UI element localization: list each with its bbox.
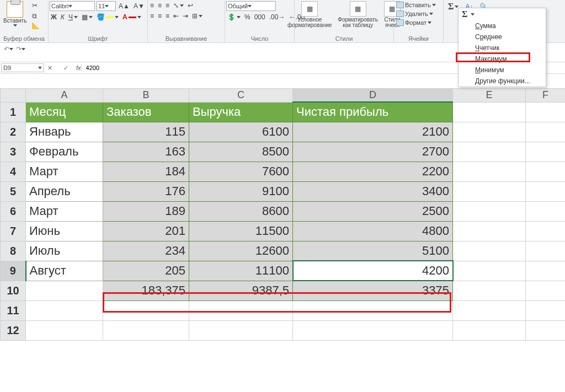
- cell-orders[interactable]: 184: [103, 162, 189, 181]
- cell-month[interactable]: Март: [26, 162, 103, 181]
- cut-button[interactable]: ✂: [31, 1, 41, 10]
- row-header[interactable]: 9: [1, 261, 26, 281]
- font-family-combo[interactable]: Calibri: [50, 1, 95, 11]
- cell-revenue[interactable]: 12600: [189, 241, 293, 261]
- cell-revenue[interactable]: 11100: [189, 261, 293, 281]
- cell[interactable]: [526, 181, 566, 201]
- merge-button[interactable]: ⊞: [191, 12, 204, 20]
- cell-revenue[interactable]: 11500: [189, 221, 293, 241]
- cell[interactable]: [103, 300, 189, 320]
- cell-profit[interactable]: 4200: [293, 261, 453, 281]
- autosum-item-min[interactable]: Минимум: [459, 65, 546, 76]
- col-header-B[interactable]: B: [103, 89, 189, 103]
- grow-font-button[interactable]: A▲: [118, 2, 131, 10]
- avg-profit[interactable]: 3375: [293, 281, 453, 300]
- cell-month[interactable]: Июль: [26, 241, 103, 261]
- cell[interactable]: [453, 300, 526, 320]
- format-painter-button[interactable]: [31, 22, 41, 30]
- cell-month[interactable]: Март: [26, 201, 103, 221]
- cell[interactable]: [453, 122, 526, 142]
- align-left-button[interactable]: ≡: [149, 12, 155, 20]
- format-as-table-button[interactable]: ▦ Форматировать как таблицу: [335, 1, 380, 28]
- cell-orders[interactable]: 115: [103, 122, 189, 142]
- autosum-item-count[interactable]: Ччетчик: [459, 42, 546, 53]
- align-top-button[interactable]: ≡: [149, 1, 155, 10]
- delete-cells-button[interactable]: Удалить: [395, 10, 442, 18]
- indent-inc-button[interactable]: ⇥: [182, 12, 189, 20]
- cell-profit[interactable]: 2500: [293, 201, 453, 221]
- cell[interactable]: [293, 300, 453, 320]
- conditional-format-button[interactable]: ▦ Условное форматирование: [285, 1, 334, 28]
- orientation-button[interactable]: ⤡: [172, 1, 185, 10]
- autosum-item-morefn[interactable]: Другие функции...: [459, 76, 546, 87]
- font-size-combo[interactable]: 11: [97, 1, 116, 11]
- cell-orders[interactable]: 176: [103, 181, 189, 201]
- format-cells-button[interactable]: Формат: [395, 19, 442, 26]
- borders-button[interactable]: ▦: [81, 13, 94, 22]
- fx-icon[interactable]: fx: [76, 65, 81, 71]
- select-all-corner[interactable]: [1, 89, 26, 103]
- underline-button[interactable]: Ч: [67, 13, 79, 22]
- cell[interactable]: [453, 261, 526, 281]
- align-bottom-button[interactable]: ≡: [164, 1, 170, 10]
- paste-button[interactable]: Вставить: [1, 1, 29, 26]
- row-header[interactable]: 12: [1, 320, 26, 340]
- cell-revenue[interactable]: 7600: [189, 162, 293, 181]
- insert-cells-button[interactable]: Вставить: [395, 1, 442, 9]
- cell[interactable]: [189, 300, 293, 320]
- cell[interactable]: [526, 102, 566, 122]
- cell[interactable]: [526, 261, 566, 281]
- name-box[interactable]: D9: [1, 63, 44, 72]
- cell[interactable]: [526, 300, 566, 320]
- header-orders[interactable]: Заказов: [103, 102, 189, 122]
- cell[interactable]: [453, 320, 526, 340]
- comma-button[interactable]: 000: [253, 13, 266, 22]
- row-header[interactable]: 3: [1, 142, 26, 162]
- cell[interactable]: [526, 201, 566, 221]
- cell[interactable]: [293, 320, 453, 340]
- cell[interactable]: [526, 281, 566, 300]
- bold-button[interactable]: Ж: [50, 13, 58, 22]
- cell-profit[interactable]: 2200: [293, 162, 453, 181]
- col-header-F[interactable]: F: [526, 89, 566, 103]
- cell[interactable]: [526, 241, 566, 261]
- align-right-button[interactable]: ≡: [164, 12, 170, 20]
- wrap-text-button[interactable]: ↩: [186, 1, 194, 10]
- cell-month[interactable]: Апрель: [26, 181, 103, 201]
- cell[interactable]: [526, 320, 566, 340]
- cell-revenue[interactable]: 9100: [189, 181, 293, 201]
- autosum-item-sum[interactable]: Сумма: [459, 20, 546, 31]
- cell[interactable]: [453, 162, 526, 181]
- row-header[interactable]: 11: [1, 300, 26, 320]
- cell[interactable]: [189, 320, 293, 340]
- row-header[interactable]: 7: [1, 221, 26, 241]
- row-header[interactable]: 1: [1, 102, 26, 122]
- col-header-D[interactable]: D: [293, 89, 453, 103]
- cell-profit[interactable]: 3400: [293, 181, 453, 201]
- font-color-button[interactable]: A: [121, 13, 142, 22]
- number-format-combo[interactable]: Общий: [226, 1, 276, 11]
- formula-input[interactable]: [81, 64, 302, 72]
- header-month[interactable]: Месяц: [26, 102, 103, 122]
- cell[interactable]: [453, 221, 526, 241]
- currency-button[interactable]: 💲: [226, 13, 242, 22]
- avg-revenue[interactable]: 9387,5: [189, 281, 293, 300]
- cell[interactable]: [526, 221, 566, 241]
- cell[interactable]: [453, 241, 526, 261]
- col-header-C[interactable]: C: [189, 89, 293, 103]
- cell[interactable]: [453, 201, 526, 221]
- cell[interactable]: [103, 320, 189, 340]
- cell-revenue[interactable]: 8500: [189, 142, 293, 162]
- align-middle-button[interactable]: ≡: [157, 1, 163, 10]
- header-profit[interactable]: Чистая прибыль: [293, 102, 453, 122]
- col-header-A[interactable]: A: [26, 89, 103, 103]
- copy-button[interactable]: ⧉: [31, 12, 41, 20]
- row-header[interactable]: 5: [1, 181, 26, 201]
- row-header[interactable]: 2: [1, 122, 26, 142]
- italic-button[interactable]: К: [60, 13, 66, 22]
- cell[interactable]: [526, 142, 566, 162]
- cell-profit[interactable]: 4800: [293, 221, 453, 241]
- indent-dec-button[interactable]: ⇤: [172, 12, 180, 20]
- row-header[interactable]: 4: [1, 162, 26, 181]
- shrink-font-button[interactable]: A▼: [132, 2, 146, 10]
